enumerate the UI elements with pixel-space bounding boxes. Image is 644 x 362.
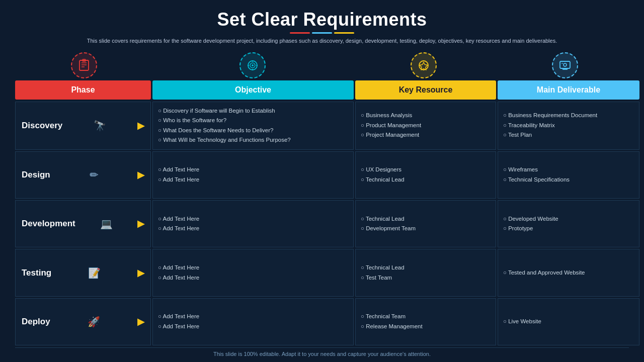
- icon-cell-objective: [152, 50, 353, 80]
- discovery-resources: Business Analysis Product Management Pro…: [361, 111, 421, 140]
- development-del-2: Prototype: [503, 224, 558, 234]
- development-arrow: ▶: [137, 218, 144, 229]
- discovery-del-3: Test Plan: [503, 130, 597, 140]
- obj-cell-deploy: Add Text Here Add Text Here: [152, 298, 354, 345]
- header-key-resource: Key Resource: [355, 80, 496, 100]
- svg-rect-0: [79, 60, 89, 70]
- discovery-icon: 🔭: [94, 120, 106, 132]
- development-del-1: Developed Website: [503, 214, 558, 224]
- deploy-res-1: Technical Team: [361, 312, 423, 322]
- development-objectives: Add Text Here Add Text Here: [158, 214, 199, 234]
- discovery-del-2: Traceability Matrix: [503, 121, 597, 131]
- del-cell-discovery: Business Requirements Document Traceabil…: [498, 102, 639, 150]
- design-del-2: Technical Specifications: [503, 175, 570, 185]
- design-obj-1: Add Text Here: [158, 165, 199, 175]
- development-res-1: Technical Lead: [361, 214, 416, 224]
- development-resources: Technical Lead Development Team: [361, 214, 416, 234]
- testing-obj-1: Add Text Here: [158, 263, 199, 273]
- discovery-deliverables: Business Requirements Document Traceabil…: [503, 111, 597, 140]
- row-design: Design ✏ ▶ Add Text Here Add Text Here U…: [15, 151, 629, 199]
- development-icon: 💻: [100, 218, 113, 230]
- deliverable-icon: [552, 52, 578, 78]
- phase-label-design: Design: [22, 170, 50, 180]
- phase-cell-discovery: Discovery 🔭 ▶: [15, 102, 151, 150]
- deploy-obj-2: Add Text Here: [158, 322, 199, 332]
- slide-title: Set Clear Requirements: [15, 9, 629, 30]
- res-cell-discovery: Business Analysis Product Management Pro…: [355, 102, 496, 150]
- discovery-obj-2: Who is the Software for?: [158, 116, 291, 126]
- deploy-del-1: Live Website: [503, 317, 541, 327]
- row-discovery: Discovery 🔭 ▶ Discovery if Software will…: [15, 102, 629, 150]
- res-cell-testing: Technical Lead Test Team: [355, 249, 496, 296]
- res-cell-design: UX Designers Technical Lead: [355, 151, 496, 199]
- phase-cell-development: Development 💻 ▶: [15, 200, 151, 247]
- del-cell-testing: Tested and Approved Website: [498, 249, 639, 296]
- header-deliverable: Main Deliverable: [498, 80, 639, 100]
- deploy-resources: Technical Team Release Management: [361, 312, 423, 331]
- testing-deliverables: Tested and Approved Website: [503, 268, 585, 278]
- del-cell-deploy: Live Website: [498, 298, 639, 345]
- phase-label-testing: Testing: [22, 268, 51, 278]
- svg-point-16: [564, 63, 567, 66]
- svg-point-7: [252, 64, 254, 66]
- development-res-2: Development Team: [361, 224, 416, 234]
- phase-cell-deploy: Deploy 🚀 ▶: [15, 298, 151, 345]
- design-icon: ✏: [90, 169, 98, 181]
- icon-cell-deliverable: [494, 50, 636, 80]
- phase-icon: [71, 52, 97, 78]
- svg-rect-13: [560, 61, 570, 68]
- testing-obj-2: Add Text Here: [158, 273, 199, 283]
- icon-cell-phase: [16, 50, 152, 80]
- testing-objectives: Add Text Here Add Text Here: [158, 263, 199, 283]
- header-row: Phase Objective Key Resource Main Delive…: [15, 80, 629, 100]
- obj-cell-discovery: Discovery if Software will Begin to Esta…: [152, 102, 354, 150]
- row-deploy: Deploy 🚀 ▶ Add Text Here Add Text Here T…: [15, 298, 629, 345]
- design-arrow: ▶: [137, 169, 144, 180]
- design-res-1: UX Designers: [361, 165, 405, 175]
- testing-res-2: Test Team: [361, 273, 405, 283]
- discovery-objectives: Discovery if Software will Begin to Esta…: [158, 106, 291, 145]
- phase-label-development: Development: [22, 219, 75, 229]
- development-obj-1: Add Text Here: [158, 214, 199, 224]
- phase-cell-design: Design ✏ ▶: [15, 151, 151, 199]
- deploy-deliverables: Live Website: [503, 317, 541, 327]
- design-deliverables: Wireframes Technical Specifications: [503, 165, 570, 185]
- data-rows: Discovery 🔭 ▶ Discovery if Software will…: [15, 102, 629, 346]
- obj-cell-design: Add Text Here Add Text Here: [152, 151, 354, 199]
- row-development: Development 💻 ▶ Add Text Here Add Text H…: [15, 200, 629, 247]
- deploy-res-2: Release Management: [361, 322, 423, 332]
- resource-icon: [411, 52, 437, 78]
- testing-del-1: Tested and Approved Website: [503, 268, 585, 278]
- slide-container: Set Clear Requirements This slide covers…: [0, 0, 644, 362]
- discovery-obj-3: What Does the Software Needs to Deliver?: [158, 126, 291, 136]
- testing-resources: Technical Lead Test Team: [361, 263, 405, 283]
- phase-cell-testing: Testing 📝 ▶: [15, 249, 151, 296]
- discovery-obj-1: Discovery if Software will Begin to Esta…: [158, 106, 291, 116]
- design-res-2: Technical Lead: [361, 175, 405, 185]
- testing-arrow: ▶: [137, 267, 144, 279]
- discovery-del-1: Business Requirements Document: [503, 111, 597, 121]
- discovery-res-1: Business Analysis: [361, 111, 421, 121]
- header-phase: Phase: [15, 80, 151, 100]
- deploy-objectives: Add Text Here Add Text Here: [158, 312, 199, 331]
- discovery-res-3: Project Management: [361, 130, 421, 140]
- design-resources: UX Designers Technical Lead: [361, 165, 405, 185]
- slide-subtitle: This slide covers requirements for the s…: [15, 37, 629, 45]
- objective-icon: [239, 52, 266, 78]
- icons-row: [15, 50, 629, 80]
- deploy-arrow: ▶: [137, 316, 144, 327]
- res-cell-development: Technical Lead Development Team: [355, 200, 496, 247]
- obj-cell-development: Add Text Here Add Text Here: [152, 200, 354, 247]
- design-objectives: Add Text Here Add Text Here: [158, 165, 199, 185]
- slide-footer: This slide is 100% editable. Adapt it to…: [15, 347, 629, 357]
- testing-icon: 📝: [88, 267, 101, 279]
- deploy-obj-1: Add Text Here: [158, 312, 199, 322]
- icon-cell-resource: [353, 50, 494, 80]
- del-cell-design: Wireframes Technical Specifications: [498, 151, 639, 199]
- discovery-obj-4: What Will be Technology and Functions Pu…: [158, 135, 291, 145]
- phase-label-deploy: Deploy: [22, 317, 50, 327]
- obj-cell-testing: Add Text Here Add Text Here: [152, 249, 354, 296]
- development-obj-2: Add Text Here: [158, 224, 199, 234]
- title-underline: [15, 32, 629, 34]
- del-cell-development: Developed Website Prototype: [498, 200, 639, 247]
